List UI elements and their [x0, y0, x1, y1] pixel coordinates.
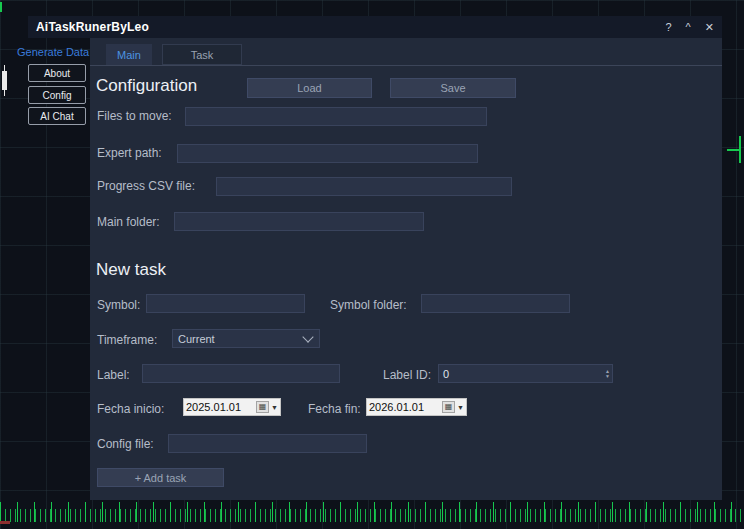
date-dropdown-icon[interactable]: ▼ — [271, 404, 278, 411]
files-to-move-input[interactable] — [185, 107, 487, 126]
symbol-folder-label: Symbol folder: — [330, 298, 407, 312]
configuration-heading: Configuration — [96, 76, 197, 96]
close-icon[interactable]: ✕ — [705, 22, 714, 33]
expert-path-input[interactable] — [177, 144, 478, 163]
config-button[interactable]: Config — [28, 86, 86, 104]
progress-csv-input[interactable] — [216, 177, 512, 196]
window-title: AiTaskRunerByLeo — [36, 20, 149, 34]
price-marker-line — [739, 136, 741, 163]
stepper-arrows: ▲ ▼ — [605, 369, 610, 378]
window-controls: ? ^ ✕ — [665, 22, 714, 33]
tab-task[interactable]: Task — [162, 44, 242, 65]
timeframe-label: Timeframe: — [97, 333, 157, 347]
expert-path-label: Expert path: — [97, 146, 162, 160]
ai-chat-button[interactable]: AI Chat — [28, 107, 86, 125]
main-folder-label: Main folder: — [97, 215, 160, 229]
config-file-input[interactable] — [168, 434, 367, 453]
load-button[interactable]: Load — [247, 78, 372, 98]
timeframe-select[interactable]: Current — [172, 329, 320, 348]
window-titlebar[interactable]: AiTaskRunerByLeo ? ^ ✕ — [28, 16, 722, 38]
date-dropdown-icon[interactable]: ▼ — [457, 404, 464, 411]
generate-data-button[interactable]: Generate Data — [17, 46, 89, 58]
tab-main[interactable]: Main — [106, 44, 152, 65]
new-task-heading: New task — [96, 260, 166, 280]
symbol-label: Symbol: — [97, 298, 140, 312]
main-folder-input[interactable] — [174, 212, 424, 231]
symbol-input[interactable] — [146, 294, 305, 313]
dialog-panel: Main Task Configuration Load Save Files … — [90, 38, 722, 500]
config-file-label: Config file: — [97, 437, 154, 451]
add-task-button[interactable]: + Add task — [97, 468, 224, 487]
save-button[interactable]: Save — [390, 78, 516, 98]
fecha-fin-value: 2026.01.01 — [369, 401, 440, 413]
fecha-fin-label: Fecha fin: — [308, 402, 361, 416]
label-id-label: Label ID: — [383, 368, 431, 382]
edge-tick — [0, 2, 2, 12]
label-id-value: 0 — [443, 368, 605, 380]
label-input[interactable] — [142, 364, 340, 383]
fecha-inicio-datepicker[interactable]: 2025.01.01 ▦ ▼ — [183, 398, 281, 416]
volume-ticks — [0, 509, 744, 522]
about-button[interactable]: About — [28, 64, 86, 82]
fecha-fin-datepicker[interactable]: 2026.01.01 ▦ ▼ — [366, 398, 467, 416]
label-id-stepper[interactable]: 0 ▲ ▼ — [438, 364, 613, 383]
collapse-icon[interactable]: ^ — [686, 22, 691, 33]
timeframe-selected-value: Current — [178, 333, 215, 345]
help-icon[interactable]: ? — [665, 22, 671, 33]
fecha-inicio-label: Fecha inicio: — [97, 402, 164, 416]
fecha-inicio-value: 2025.01.01 — [186, 401, 254, 413]
chevron-down-icon — [302, 331, 313, 342]
spin-down-icon[interactable]: ▼ — [605, 374, 610, 378]
label-label: Label: — [97, 368, 130, 382]
candle-body — [2, 71, 7, 90]
progress-csv-label: Progress CSV file: — [97, 179, 195, 193]
calendar-icon[interactable]: ▦ — [256, 401, 269, 413]
calendar-icon[interactable]: ▦ — [442, 401, 455, 413]
symbol-folder-input[interactable] — [421, 294, 570, 313]
files-to-move-label: Files to move: — [97, 109, 172, 123]
tab-divider — [90, 65, 722, 66]
red-edge-dash — [0, 521, 10, 524]
